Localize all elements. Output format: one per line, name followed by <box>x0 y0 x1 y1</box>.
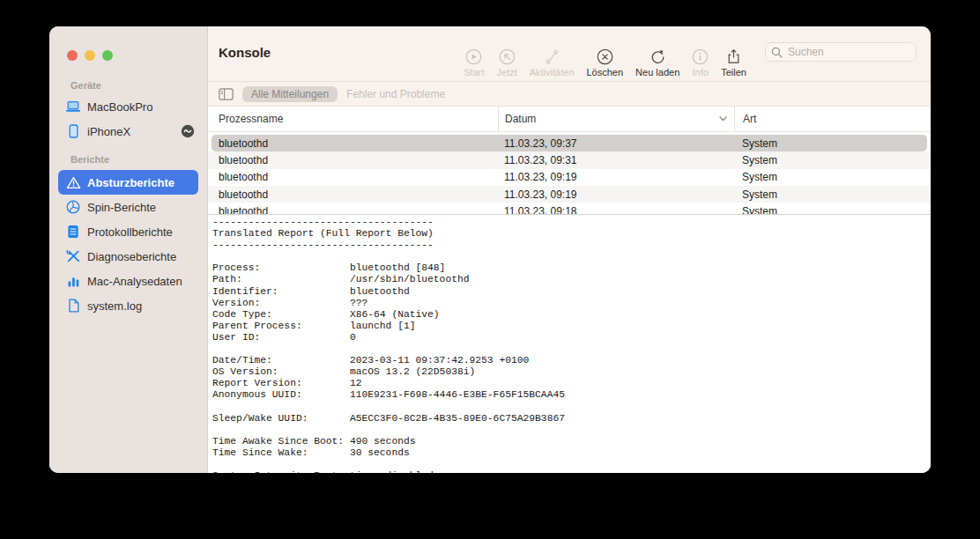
filter-errors-problems[interactable]: Fehler und Probleme <box>346 88 445 100</box>
sidebar-item-macbookpro[interactable]: MacBookPro <box>49 94 207 119</box>
cell-type: System <box>734 171 931 183</box>
cell-process: bluetoothd <box>208 188 498 201</box>
cell-process: bluetoothd <box>208 205 498 215</box>
sidebar-item-label: iPhoneX <box>87 125 130 138</box>
column-header-date[interactable]: Datum <box>498 107 734 131</box>
page-icon <box>65 299 81 313</box>
arrow-up-left-circle-icon <box>499 48 516 65</box>
sidebar-item-label: Mac-Analysedaten <box>87 275 182 288</box>
toolbar-button-label: Neu laden <box>635 67 679 78</box>
minimize-window-button[interactable] <box>85 50 95 61</box>
cell-type: System <box>734 188 931 201</box>
table-row[interactable]: bluetoothd 11.03.23, 09:18 System <box>208 203 931 215</box>
toolbar-button-label: Jetzt <box>497 67 517 78</box>
column-header-processname[interactable]: Prozessname <box>208 107 498 131</box>
sidebar-item-diagnostic-reports[interactable]: Diagnoseberichte <box>49 244 207 269</box>
cell-process: bluetoothd <box>208 137 498 150</box>
crash-report-pane[interactable]: ------------------------------------- Tr… <box>208 215 931 473</box>
table-row[interactable]: bluetoothd 11.03.23, 09:37 System <box>208 135 931 151</box>
activities-button[interactable]: Aktivitäten <box>523 48 581 78</box>
console-window: Geräte MacBookPro iPhoneX Berichte Abstu… <box>49 26 931 473</box>
toolbar-button-label: Aktivitäten <box>530 67 575 78</box>
sidebar-item-mac-analytics[interactable]: Mac-Analysedaten <box>49 269 207 293</box>
info-button[interactable]: Info <box>686 48 715 78</box>
sidebar-section-devices: Geräte <box>71 80 207 91</box>
cell-date: 11.03.23, 09:19 <box>498 188 734 201</box>
zoom-window-button[interactable] <box>102 50 113 61</box>
crash-report-text: ------------------------------------- Tr… <box>208 215 931 473</box>
filter-all-messages[interactable]: Alle Mitteilungen <box>242 86 338 102</box>
table-row[interactable]: bluetoothd 11.03.23, 09:19 System <box>208 186 931 203</box>
traffic-lights <box>49 26 207 61</box>
warning-triangle-icon <box>65 176 81 189</box>
search-icon <box>771 47 783 58</box>
x-circle-icon <box>597 48 613 65</box>
toolbar-button-label: Info <box>693 67 709 78</box>
sidebar-item-crash-reports[interactable]: Absturzberichte <box>58 170 198 195</box>
document-lines-icon <box>65 225 81 239</box>
column-header-label: Datum <box>505 113 536 125</box>
bar-chart-icon <box>65 275 81 288</box>
cell-type: System <box>734 154 931 166</box>
page-title: Konsole <box>219 45 271 60</box>
sidebar-toggle-icon[interactable] <box>219 88 234 100</box>
chevron-down-icon <box>719 116 727 122</box>
start-button[interactable]: Start <box>457 48 490 78</box>
column-header-art[interactable]: Art <box>734 107 931 131</box>
toolbar-button-label: Teilen <box>721 67 746 78</box>
cell-date: 11.03.23, 09:18 <box>498 205 734 215</box>
cell-date: 11.03.23, 09:31 <box>498 154 734 166</box>
sidebar-item-spin-reports[interactable]: Spin-Berichte <box>49 195 207 219</box>
laptop-icon <box>65 100 81 113</box>
column-header-label: Art <box>743 113 756 125</box>
tools-icon <box>65 249 81 263</box>
info-circle-icon <box>692 48 709 65</box>
sidebar-item-iphonex[interactable]: iPhoneX <box>49 119 207 144</box>
play-circle-icon <box>465 48 482 65</box>
sidebar-item-label: MacBookPro <box>87 100 152 114</box>
cell-date: 11.03.23, 09:37 <box>498 137 734 150</box>
jetzt-button[interactable]: Jetzt <box>491 48 523 78</box>
table-header: Prozessname Datum Art <box>208 107 931 132</box>
sidebar: Geräte MacBookPro iPhoneX Berichte Abstu… <box>49 26 208 473</box>
cell-process: bluetoothd <box>208 154 498 166</box>
sidebar-item-label: Protokollberichte <box>87 225 173 239</box>
table-row[interactable]: bluetoothd 11.03.23, 09:19 System <box>208 169 931 186</box>
search-field[interactable] <box>765 42 917 62</box>
sidebar-item-label: Spin-Berichte <box>87 201 156 214</box>
close-window-button[interactable] <box>67 50 78 61</box>
iphone-icon <box>65 124 81 138</box>
sidebar-section-reports: Berichte <box>71 154 207 165</box>
table-row[interactable]: bluetoothd 11.03.23, 09:31 System <box>208 151 931 168</box>
sidebar-item-label: system.log <box>87 299 142 313</box>
spinner-icon <box>65 200 81 214</box>
main-pane: Konsole Start Jetzt Aktivitäten <box>208 26 931 473</box>
route-icon <box>544 48 561 65</box>
refresh-icon <box>650 48 666 65</box>
toolbar: Konsole Start Jetzt Aktivitäten <box>208 26 931 82</box>
share-button[interactable]: Teilen <box>715 48 753 78</box>
toolbar-button-label: Löschen <box>587 67 624 78</box>
search-input[interactable] <box>786 45 910 59</box>
toolbar-button-label: Start <box>464 67 484 78</box>
reload-button[interactable]: Neu laden <box>629 48 686 78</box>
share-icon <box>725 48 742 65</box>
cell-type: System <box>734 137 931 150</box>
cell-date: 11.03.23, 09:19 <box>498 171 734 183</box>
clear-button[interactable]: Löschen <box>581 48 630 78</box>
sidebar-item-label: Diagnoseberichte <box>87 250 176 263</box>
sidebar-item-system-log[interactable]: system.log <box>49 293 207 318</box>
sidebar-item-log-reports[interactable]: Protokollberichte <box>49 219 207 244</box>
cell-process: bluetoothd <box>208 171 498 183</box>
log-table: bluetoothd 11.03.23, 09:37 System blueto… <box>208 132 931 215</box>
filter-bar: Alle Mitteilungen Fehler und Probleme <box>208 82 931 107</box>
cell-type: System <box>734 205 931 215</box>
sidebar-item-label: Absturzberichte <box>87 176 174 189</box>
tilde-circle-icon[interactable] <box>181 124 195 138</box>
